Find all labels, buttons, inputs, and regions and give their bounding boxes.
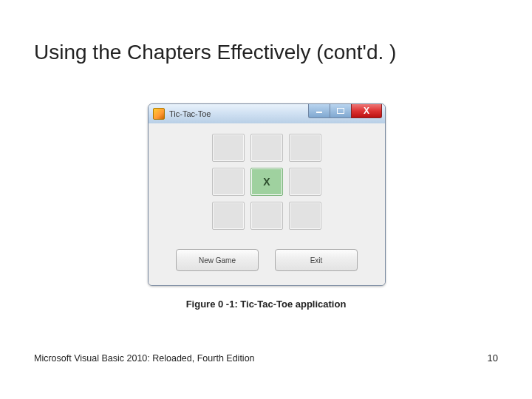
close-button[interactable]: X bbox=[351, 104, 382, 118]
cell-5[interactable] bbox=[289, 168, 321, 196]
window-controls: X bbox=[308, 104, 382, 119]
tic-tac-toe-grid: X bbox=[149, 134, 385, 230]
titlebar: Tic-Tac-Toe X bbox=[149, 104, 385, 124]
footer-text: Microsoft Visual Basic 2010: Reloaded, F… bbox=[34, 353, 255, 364]
client-area: X New Game Exit bbox=[149, 123, 385, 285]
slide-title: Using the Chapters Effectively (cont'd. … bbox=[34, 41, 396, 64]
cell-2[interactable] bbox=[289, 134, 321, 162]
minimize-button[interactable] bbox=[308, 104, 330, 118]
window-title: Tic-Tac-Toe bbox=[169, 109, 211, 118]
app-icon bbox=[153, 108, 165, 120]
cell-0[interactable] bbox=[212, 134, 245, 162]
cell-4[interactable]: X bbox=[250, 168, 283, 196]
figure-caption: Figure 0 -1: Tic-Tac-Toe application bbox=[0, 299, 532, 310]
cell-1[interactable] bbox=[250, 134, 283, 162]
new-game-button[interactable]: New Game bbox=[176, 249, 259, 271]
page-number: 10 bbox=[488, 352, 498, 364]
maximize-button[interactable] bbox=[330, 104, 351, 118]
cell-8[interactable] bbox=[289, 202, 321, 230]
button-row: New Game Exit bbox=[149, 249, 385, 271]
cell-7[interactable] bbox=[250, 202, 283, 230]
exit-button[interactable]: Exit bbox=[275, 249, 358, 271]
cell-6[interactable] bbox=[212, 202, 245, 230]
close-icon: X bbox=[364, 106, 369, 115]
app-window: Tic-Tac-Toe X X New Game Exit bbox=[148, 103, 386, 286]
cell-3[interactable] bbox=[212, 168, 245, 196]
